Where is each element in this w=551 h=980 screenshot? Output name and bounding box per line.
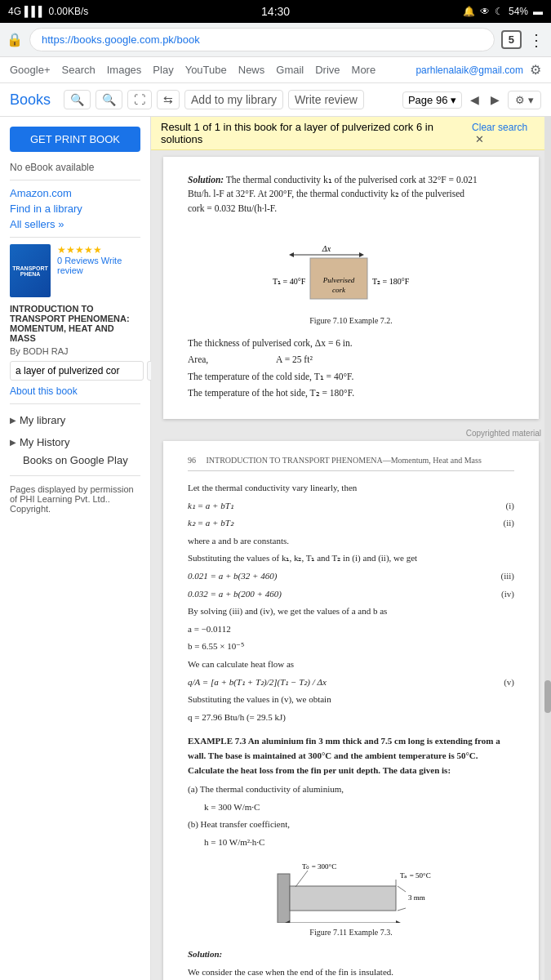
- search-next-button[interactable]: 🔍: [96, 90, 122, 109]
- browser-menu-button[interactable]: ⋮: [528, 30, 544, 50]
- nav-drive[interactable]: Drive: [315, 64, 340, 76]
- page-number: 96: [188, 456, 196, 465]
- item-b: (b) Heat transfer coefficient,: [188, 817, 514, 832]
- equation-3: 0.021 = a + b(32 + 460): [188, 569, 483, 584]
- svg-text:cork: cork: [332, 286, 346, 294]
- scrollbar-thumb[interactable]: [544, 680, 551, 713]
- figure-7-10: Δx T₁ = 40°F Pulverised cork T₂ = 180°F: [188, 225, 514, 327]
- books-toolbar-right: Page 96 ▾ ◀ ▶ ⚙ ▾: [402, 91, 541, 109]
- book-long-title: INTRODUCTION TO TRANSPORT PHENOMENA: MOM…: [10, 304, 140, 343]
- cold-temp-label: The temperature of the cold side,: [188, 372, 312, 381]
- equation-3-row: 0.021 = a + b(32 + 460) (iii): [188, 569, 514, 584]
- no-ebook-label: No eBook available: [10, 162, 140, 173]
- equation-1-row: k₁ = a + bT₁ (i): [188, 499, 514, 514]
- write-review-button[interactable]: Write review: [288, 90, 364, 109]
- b-val: b = 6.55 × 10⁻⁵: [188, 639, 514, 654]
- svg-text:T₀ = 300°C: T₀ = 300°C: [302, 862, 336, 871]
- equation-2: k₂ = a + bT₂: [188, 516, 483, 531]
- solve-text: By solving (iii) and (iv), we get the va…: [188, 604, 514, 619]
- scrollbar-track[interactable]: [544, 117, 551, 980]
- copyright-notice: Copyrighted material: [151, 425, 551, 441]
- link-button[interactable]: ⇆: [157, 90, 180, 109]
- nav-youtube[interactable]: YouTube: [185, 64, 227, 76]
- search-in-book-input[interactable]: [10, 361, 144, 381]
- books-on-google-play-item[interactable]: Books on Google Play: [10, 452, 140, 469]
- page-title: INTRODUCTION TO TRANSPORT PHENOMENA—Mome…: [207, 456, 482, 465]
- heat-equation-row: q/A = [a + b(T₁ + T₂)/2](T₁ − T₂) / Δx (…: [188, 675, 514, 690]
- nav-more[interactable]: More: [352, 64, 376, 76]
- svg-line-20: [398, 886, 406, 892]
- settings-icon[interactable]: ⚙: [530, 62, 541, 78]
- reviews-link[interactable]: 0 Reviews: [57, 256, 99, 265]
- thickness-label: The thickness of pulverised cork,: [188, 338, 313, 348]
- url-bar[interactable]: https://books.google.com.pk/book: [29, 28, 495, 51]
- status-bar: 4G ▌▌▌ 0.00KB/s 14:30 🔔 👁 ☾ 54% ▬: [0, 0, 551, 23]
- sub-val-text: Substituting the values in (v), we obtai…: [188, 693, 514, 707]
- clear-search-button[interactable]: Clear search: [472, 122, 527, 133]
- nav-images[interactable]: Images: [107, 64, 142, 76]
- tab-count-badge[interactable]: 5: [501, 30, 522, 49]
- fullscreen-button[interactable]: ⛶: [127, 90, 152, 109]
- search-result-text: Result 1 of 1 in this book for a layer o…: [161, 121, 472, 145]
- signal-icon: ▌▌▌: [24, 6, 46, 17]
- sidebar: GET PRINT BOOK No eBook available Amazon…: [0, 117, 151, 980]
- svg-text:T₁ = 40°F: T₁ = 40°F: [273, 277, 306, 286]
- area-label: Area,: [188, 354, 208, 364]
- books-header: Books 🔍 🔍 ⛶ ⇆ Add to my library Write re…: [0, 83, 551, 117]
- clear-search-link[interactable]: Clear search ✕: [472, 121, 541, 145]
- result-text: q = 27.96 Btu/h (= 29.5 kJ): [188, 710, 514, 725]
- search-box-row: Go: [10, 361, 140, 381]
- sub-text: Substituting the values of k₁, k₂, T₁ an…: [188, 551, 514, 566]
- solution-line3: cork = 0.032 Btu/(h·l-F.: [188, 202, 514, 216]
- figure-7-11-caption: Figure 7.11 Example 7.3.: [309, 926, 392, 939]
- svg-text:Pulverised: Pulverised: [322, 276, 355, 284]
- figure-7-11: T₀ = 300°C Tₐ = 50°C 7.5 cm 3 mm Figure …: [188, 858, 514, 939]
- nav-news[interactable]: News: [238, 64, 265, 76]
- find-library-link[interactable]: Find in a library: [10, 203, 140, 215]
- solution-line2: Btu/h. l-F at 32°F. At 200°F, the therma…: [188, 187, 514, 201]
- close-icon[interactable]: ✕: [475, 133, 484, 145]
- user-email[interactable]: parhlenalaik@gmail.com: [415, 65, 523, 76]
- book-info: TRANSPORT PHENA ★★★★★ 0 Reviews Write re…: [10, 244, 140, 297]
- search-button[interactable]: 🔍: [64, 90, 91, 109]
- page-indicator: Page 96 ▾: [402, 91, 462, 109]
- nav-search[interactable]: Search: [62, 64, 96, 76]
- equation-4-num: (iv): [490, 587, 514, 602]
- equation-4-row: 0.032 = a + b(200 + 460) (iv): [188, 587, 514, 602]
- next-page-button[interactable]: ▶: [487, 91, 503, 108]
- nav-gmail[interactable]: Gmail: [276, 64, 304, 76]
- my-history-item[interactable]: ▶ My History: [10, 433, 140, 452]
- books-logo[interactable]: Books: [10, 91, 51, 109]
- moon-icon: ☾: [495, 6, 504, 17]
- book-cover: TRANSPORT PHENA: [10, 244, 51, 297]
- solution-block: Solution: The thermal conductivity k₁ of…: [188, 173, 514, 216]
- item-a: (a) The thermal conductivity of aluminiu…: [188, 782, 514, 797]
- battery-icon: ▬: [533, 6, 543, 17]
- prev-page-button[interactable]: ◀: [467, 91, 482, 108]
- my-library-item[interactable]: ▶ My library: [10, 411, 140, 430]
- svg-line-21: [398, 908, 406, 911]
- get-print-book-button[interactable]: GET PRINT BOOK: [10, 127, 140, 152]
- page-dropdown-icon[interactable]: ▾: [451, 94, 456, 106]
- cold-temp-row: The temperature of the cold side, T₁ = 4…: [188, 370, 514, 384]
- hot-temp-val: T₂ = 180°F.: [310, 388, 354, 398]
- amazon-link[interactable]: Amazon.com: [10, 187, 140, 199]
- heat-eq-num: (v): [490, 675, 514, 690]
- view-settings-button[interactable]: ⚙ ▾: [508, 91, 541, 109]
- pages-info: Pages displayed by permission of PHI Lea…: [10, 484, 140, 514]
- page-label: Page 96: [408, 94, 447, 106]
- nav-google-plus[interactable]: Google+: [10, 64, 51, 76]
- star-rating: ★★★★★: [57, 244, 140, 256]
- add-library-button[interactable]: Add to my library: [184, 90, 283, 109]
- nav-play[interactable]: Play: [153, 64, 173, 76]
- fin-svg: T₀ = 300°C Tₐ = 50°C 7.5 cm 3 mm: [269, 858, 433, 923]
- heat-flow-text: We can calculate heat flow as: [188, 657, 514, 672]
- hot-temp-label: The temperature of the hot side,: [188, 388, 308, 398]
- search-result-bar: Result 1 of 1 in this book for a layer o…: [151, 117, 551, 150]
- all-sellers-link[interactable]: All sellers »: [10, 218, 140, 230]
- battery-text: 54%: [509, 6, 528, 17]
- my-library-label: My library: [20, 414, 65, 426]
- google-nav-links: Google+ Search Images Play YouTube News …: [10, 64, 375, 76]
- intro-text: Let the thermal conductivity vary linear…: [188, 481, 514, 496]
- about-this-book-link[interactable]: About this book: [10, 385, 140, 397]
